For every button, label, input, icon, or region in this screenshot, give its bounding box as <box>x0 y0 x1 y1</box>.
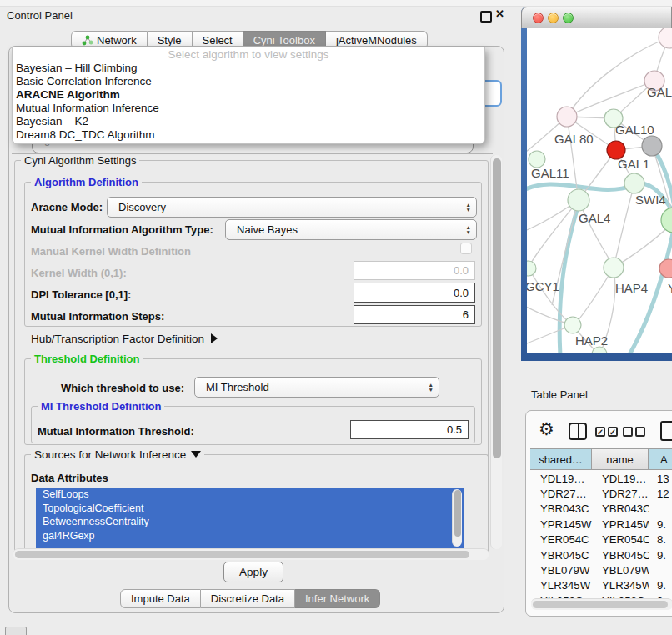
minimize-traffic-light[interactable] <box>548 12 559 23</box>
table-row[interactable]: YER054C YER054C 8. <box>530 532 672 548</box>
table-horizontal-scrollbar[interactable] <box>531 598 672 610</box>
menu-item-bayesian-k2[interactable]: Bayesian – K2 <box>13 115 484 128</box>
table-cell: 13 <box>649 472 672 485</box>
table-cell: 9. <box>649 518 672 531</box>
column-header-name[interactable]: name <box>592 448 649 470</box>
table-row[interactable]: YDL19… YDL19… 13 <box>530 471 672 486</box>
apply-button[interactable]: Apply <box>223 562 283 582</box>
network-node <box>604 258 624 278</box>
node-label: HAP2 <box>575 333 608 348</box>
network-node <box>624 173 644 193</box>
tab-network-label: Network <box>97 34 137 47</box>
table-row[interactable]: YBR043C YBR043C <box>530 502 672 517</box>
menu-item-bayesian-hill-climbing[interactable]: Bayesian – Hill Climbing <box>13 62 484 75</box>
node-label: SWI4 <box>635 192 666 207</box>
cyni-algorithm-settings-title: Cyni Algorithm Settings <box>21 154 139 167</box>
network-node <box>592 347 607 352</box>
gear-icon[interactable]: ⚙ <box>539 419 554 439</box>
menu-item-dream8[interactable]: Dream8 DC_TDC Algorithm <box>13 128 484 142</box>
settings-vertical-scrollbar[interactable] <box>490 155 502 549</box>
which-threshold-select[interactable]: MI Threshold ▲▼ <box>194 377 439 398</box>
table-cell: YBL079W <box>530 564 592 577</box>
data-attributes-list[interactable]: SelfLoops TopologicalCoefficient Between… <box>36 488 464 548</box>
aracne-mode-value: Discovery <box>118 201 166 213</box>
which-threshold-value: MI Threshold <box>206 381 269 393</box>
menu-item-mutual-information[interactable]: Mutual Information Inference <box>13 102 484 115</box>
list-item[interactable]: TopologicalCoefficient <box>36 502 464 516</box>
table-cell: YDR27… <box>592 488 649 500</box>
settings-horizontal-scrollbar[interactable] <box>13 548 489 560</box>
menu-item-aracne[interactable]: ARACNE Algorithm <box>13 88 484 102</box>
collapse-arrow-icon <box>211 333 218 343</box>
table-cell: YER054C <box>592 533 649 546</box>
column-header-partial[interactable]: A <box>649 448 672 470</box>
table-cell: 8. <box>649 533 672 546</box>
table-row[interactable]: YDR27… YDR27… 12 <box>530 486 672 501</box>
cyni-bottom-tabbar: Impute Data Discretize Data Infer Networ… <box>120 589 380 608</box>
table-cell: YDR27… <box>530 488 592 500</box>
kernel-width-label: Kernel Width (0,1): <box>31 267 127 279</box>
network-node <box>568 189 589 211</box>
combo-spinner-icon: ▲▼ <box>429 382 434 392</box>
table-cell: 12 <box>649 488 672 500</box>
select-all-columns-icon[interactable]: ✓✓ <box>595 427 618 437</box>
table-cell: YDL19… <box>592 472 649 485</box>
table-cell: YBR043C <box>530 502 592 515</box>
table-row[interactable]: YBR045C YBR045C 9. <box>530 548 672 562</box>
list-item[interactable]: SelfLoops <box>36 488 464 502</box>
list-item[interactable]: BetweennessCentrality <box>36 515 464 529</box>
new-table-icon[interactable] <box>660 421 672 441</box>
deselect-all-columns-icon[interactable] <box>623 427 645 437</box>
mi-threshold-field[interactable]: 0.5 <box>350 420 469 439</box>
menu-item-basic-correlation[interactable]: Basic Correlation Inference <box>13 75 484 88</box>
table-row[interactable]: YPR145W YPR145W 9. <box>530 517 672 532</box>
table-cell: YDL19… <box>530 472 592 485</box>
table-cell: YER054C <box>530 533 592 546</box>
table-row[interactable]: YLR345W YLR345W 9. <box>530 578 672 593</box>
algorithm-popup-placeholder: Select algorithm to view settings <box>13 48 484 62</box>
table-cell: YPR145W <box>530 518 592 531</box>
dpi-tolerance-field[interactable]: 0.0 <box>354 282 475 302</box>
threshold-definition-title: Threshold Definition <box>31 352 143 365</box>
node-label: GCY1 <box>527 279 559 293</box>
column-header-shared-name[interactable]: shared… <box>530 448 592 470</box>
expand-arrow-icon <box>191 451 201 458</box>
dpi-tolerance-label: DPI Tolerance [0,1]: <box>31 288 131 301</box>
network-canvas[interactable]: GAL GAL80 GAL10 GAL1 GAL11 SWI4 GAL4 GCY… <box>527 28 672 352</box>
close-traffic-light[interactable] <box>533 12 544 23</box>
mi-type-label: Mutual Information Algorithm Type: <box>31 223 213 236</box>
mi-steps-field[interactable]: 6 <box>354 305 475 324</box>
node-label: GAL4 <box>579 211 610 225</box>
table-panel-title: Table Panel <box>531 388 588 401</box>
network-node <box>642 136 662 156</box>
zoom-traffic-light[interactable] <box>563 12 574 23</box>
tab-impute-data[interactable]: Impute Data <box>120 589 201 608</box>
manual-kernel-checkbox[interactable] <box>460 242 472 254</box>
attribute-list-scrollbar[interactable] <box>452 489 462 547</box>
table-cell: YPR145W <box>592 518 649 531</box>
minimized-panel-button[interactable] <box>5 627 27 635</box>
close-icon[interactable]: ✕ <box>495 8 504 20</box>
sources-title[interactable]: Sources for Network Inference <box>31 448 204 461</box>
table-row[interactable]: YBL079W YBL079W <box>530 562 672 578</box>
list-item[interactable]: gal4RGexp <box>36 529 464 543</box>
table-cell: YLR345W <box>530 579 592 592</box>
data-attributes-label: Data Attributes <box>31 472 108 484</box>
kernel-width-field[interactable]: 0.0 <box>354 261 475 280</box>
hub-section-toggle[interactable]: Hub/Transcription Factor Definition <box>31 332 218 345</box>
algorithm-dropdown-popup: Select algorithm to view settings Bayesi… <box>12 48 485 144</box>
float-window-icon[interactable] <box>480 11 492 22</box>
network-node <box>557 107 577 127</box>
aracne-mode-select[interactable]: Discovery ▲▼ <box>107 197 477 218</box>
mi-type-select[interactable]: Naive Bayes ▲▼ <box>225 219 477 240</box>
table-cell: 9. <box>649 579 672 592</box>
algorithm-definition-title: Algorithm Definition <box>31 176 142 188</box>
column-layout-icon[interactable] <box>569 422 587 440</box>
tab-infer-network[interactable]: Infer Network <box>295 589 380 608</box>
node-label: GAL1 <box>618 157 649 171</box>
network-window-titlebar[interactable] <box>521 7 672 28</box>
node-label: Y <box>668 281 672 295</box>
table-cell: YBL079W <box>592 564 649 577</box>
tab-discretize-data[interactable]: Discretize Data <box>201 589 295 608</box>
manual-kernel-label: Manual Kernel Width Definition <box>31 245 191 258</box>
